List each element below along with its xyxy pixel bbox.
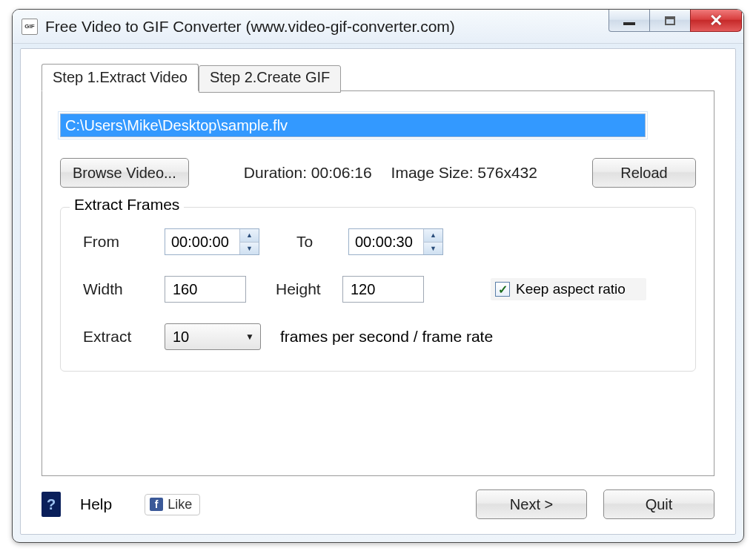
from-time-spinner[interactable]: ▲ ▼ — [165, 228, 259, 255]
to-time-spinner[interactable]: ▲ ▼ — [348, 228, 443, 255]
minimize-icon — [623, 22, 635, 25]
file-path-value: C:\Users\Mike\Desktop\sample.flv — [65, 117, 288, 134]
app-icon: GIF — [21, 19, 38, 35]
extract-frames-legend: Extract Frames — [70, 196, 184, 214]
to-up-button[interactable]: ▲ — [424, 229, 442, 243]
reload-button[interactable]: Reload — [592, 158, 696, 188]
width-label: Width — [83, 280, 165, 298]
from-down-button[interactable]: ▼ — [240, 243, 259, 255]
tab-step2[interactable]: Step 2.Create GIF — [199, 65, 341, 93]
app-window: GIF Free Video to GIF Converter (www.vid… — [12, 9, 744, 543]
duration-display: Duration: 00:06:16 — [244, 164, 372, 182]
facebook-icon: f — [150, 498, 163, 511]
window-title: Free Video to GIF Converter (www.video-g… — [45, 18, 455, 36]
from-label: From — [83, 233, 165, 251]
fps-tail-label: frames per second / frame rate — [280, 328, 493, 346]
facebook-like-button[interactable]: f Like — [145, 494, 200, 515]
extract-frames-group: Extract Frames From ▲ ▼ To ▲ — [60, 207, 696, 372]
extract-label: Extract — [83, 328, 165, 346]
to-time-input[interactable] — [349, 229, 423, 254]
chevron-down-icon: ▼ — [239, 332, 260, 342]
tab-step1[interactable]: Step 1.Extract Video — [42, 64, 199, 91]
browse-video-button[interactable]: Browse Video... — [60, 158, 189, 188]
maximize-icon — [665, 16, 675, 25]
file-path-input[interactable]: C:\Users\Mike\Desktop\sample.flv — [60, 113, 646, 137]
tab-panel-step1: C:\Users\Mike\Desktop\sample.flv Browse … — [42, 90, 714, 476]
height-input[interactable] — [342, 276, 424, 303]
footer: ? Help f Like Next > Quit — [42, 489, 714, 519]
next-button[interactable]: Next > — [476, 489, 587, 519]
fps-value: 10 — [165, 329, 239, 346]
close-icon: ✕ — [709, 11, 723, 30]
from-up-button[interactable]: ▲ — [240, 229, 259, 243]
width-input[interactable] — [165, 276, 246, 303]
from-time-input[interactable] — [165, 229, 239, 254]
help-icon[interactable]: ? — [42, 492, 61, 517]
titlebar: GIF Free Video to GIF Converter (www.vid… — [13, 10, 743, 44]
client-area: Step 1.Extract Video Step 2.Create GIF C… — [20, 48, 736, 535]
image-size-display: Image Size: 576x432 — [391, 164, 537, 182]
like-label: Like — [168, 497, 192, 512]
height-label: Height — [276, 280, 342, 298]
quit-button[interactable]: Quit — [603, 489, 714, 519]
keep-aspect-ratio-checkbox[interactable]: ✓ Keep aspect ratio — [491, 278, 646, 300]
maximize-button[interactable] — [649, 10, 691, 32]
fps-combobox[interactable]: 10 ▼ — [165, 323, 261, 350]
tabbar: Step 1.Extract Video Step 2.Create GIF — [42, 64, 341, 91]
check-icon: ✓ — [495, 282, 510, 297]
to-down-button[interactable]: ▼ — [424, 243, 442, 255]
help-link[interactable]: Help — [80, 495, 112, 513]
keep-aspect-label: Keep aspect ratio — [516, 281, 626, 297]
window-controls: ✕ — [609, 10, 742, 32]
to-label: To — [296, 233, 348, 251]
close-button[interactable]: ✕ — [690, 10, 742, 32]
minimize-button[interactable] — [609, 10, 650, 32]
